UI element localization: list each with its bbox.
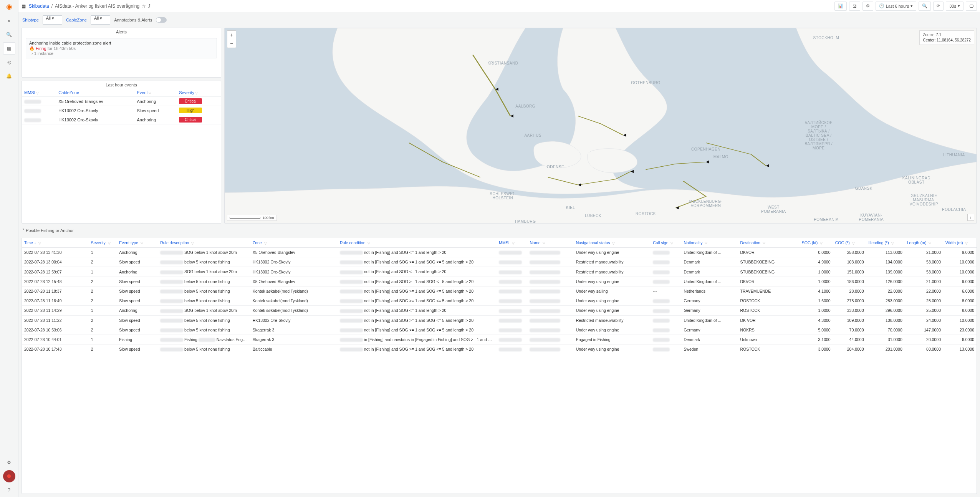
map-place-label: KALININGRAD OBLAST — [902, 176, 930, 184]
table-row[interactable]: 2022-07-28 10:17:432Slow speed below 5 k… — [22, 345, 977, 354]
filter-icon[interactable]: ▽ — [705, 241, 707, 245]
dashboards-icon[interactable]: ▦ — [3, 42, 15, 55]
col-rulecond[interactable]: Rule condition ▽ — [338, 238, 497, 248]
refresh-button[interactable]: ⟳ — [933, 2, 944, 11]
col-nationality[interactable]: Nationality ▽ — [681, 238, 738, 248]
col-width[interactable]: Width (m) ▽ — [943, 238, 977, 248]
map-place-label: GDANSK — [855, 186, 872, 190]
explore-icon[interactable]: ◎ — [3, 56, 15, 68]
col-mmsi[interactable]: MMSI ▽ — [497, 238, 527, 248]
filter-icon[interactable]: ▽ — [195, 91, 198, 95]
gear-icon: ⚙ — [866, 3, 870, 8]
col-length[interactable]: Length (m) ▽ — [905, 238, 943, 248]
filter-icon[interactable]: ▽ — [264, 241, 267, 245]
time-range-picker[interactable]: 🕒Last 6 hours▾ — [876, 2, 917, 11]
col-mmsi[interactable]: MMSI▽ — [22, 89, 56, 97]
alerting-icon[interactable]: 🔔 — [3, 70, 15, 82]
table-row[interactable]: HK13002 Ore-SkovlySlow speedHigh — [22, 106, 221, 115]
cablezone-select[interactable]: All ▾ — [91, 15, 110, 25]
filter-icon[interactable]: ▽ — [670, 241, 673, 245]
filter-icon[interactable]: ▽ — [512, 241, 515, 245]
zoom-out-button[interactable]: − — [227, 39, 236, 48]
col-severity[interactable]: Severity▽ — [177, 89, 221, 97]
page-title: AISdata - Anker og fiskeri AIS overågnin… — [55, 3, 139, 9]
table-row[interactable]: 2022-07-28 13:41:301Anchoring SOG below … — [22, 248, 977, 257]
col-zone[interactable]: Zone ▽ — [250, 238, 338, 248]
filter-icon[interactable]: ▽ — [929, 241, 931, 245]
nav-expand-icon[interactable]: » — [3, 15, 15, 27]
annotations-toggle[interactable] — [156, 17, 167, 23]
col-navstatus[interactable]: Navigational status ▽ — [574, 238, 651, 248]
share-icon[interactable]: ⤴ — [148, 3, 151, 9]
col-callsign[interactable]: Call sign ▽ — [651, 238, 681, 248]
table-row[interactable]: 2022-07-28 10:44:011Fishing Fishing Navs… — [22, 335, 977, 344]
table-row[interactable]: HK13002 Ore-SkovlyAnchoringCritical — [22, 115, 221, 124]
help-icon[interactable]: ? — [3, 484, 15, 496]
col-event[interactable]: Event▽ — [135, 89, 177, 97]
table-row[interactable]: X5 Orehoved-BlangslevAnchoringCritical — [22, 97, 221, 106]
table-row[interactable]: 2022-07-28 11:16:492Slow speed below 5 k… — [22, 296, 977, 306]
filter-icon[interactable]: ▽ — [36, 91, 39, 95]
filter-icon[interactable]: ▽ — [965, 241, 968, 245]
filter-icon[interactable]: ▽ — [141, 241, 143, 245]
zoom-out-icon: 🔍 — [922, 3, 927, 8]
save-button[interactable]: 🖫 — [849, 2, 860, 11]
cell-mmsi — [22, 115, 56, 124]
filter-icon[interactable]: ▽ — [612, 241, 615, 245]
map-panel: STOCKHOLMKRISTIANSANDGOTHENBURGAALBORGAA… — [224, 28, 977, 224]
map-place-label: KRISTIANSAND — [488, 61, 518, 65]
col-destination[interactable]: Destination ▽ — [738, 238, 799, 248]
panel-title[interactable]: Alerts — [22, 28, 221, 36]
table-row[interactable]: 2022-07-28 11:18:372Slow speed below 5 k… — [22, 286, 977, 296]
col-cablezone[interactable]: CableZone — [56, 89, 134, 97]
col-eventtype[interactable]: Event type ▽ — [117, 238, 158, 248]
chevron-down-icon: ▾ — [100, 16, 102, 20]
filter-icon[interactable]: ▽ — [543, 241, 545, 245]
breadcrumb-folder[interactable]: Skibsdata — [29, 3, 49, 9]
col-cog[interactable]: COG (°) ▽ — [833, 238, 866, 248]
settings-button[interactable]: ⚙ — [862, 2, 873, 11]
view-mode-button[interactable]: 🖵 — [966, 2, 977, 11]
add-panel-button[interactable]: 📊 — [834, 2, 847, 11]
row-header[interactable]: ˅ Posible Fishing or Anchor — [22, 227, 977, 235]
col-ruledesc[interactable]: Rule description ▽ — [158, 238, 250, 248]
zoom-out-button[interactable]: 🔍 — [919, 2, 931, 11]
cell-severity: Critical — [177, 115, 221, 124]
alert-item[interactable]: Anchoring inside cable protection zone a… — [26, 38, 217, 58]
filter-icon[interactable]: ▽ — [38, 241, 41, 245]
panel-title[interactable]: Last hour events — [22, 81, 221, 89]
grafana-logo-icon[interactable]: ◉ — [6, 2, 12, 11]
star-icon[interactable]: ☆ — [142, 3, 146, 9]
table-row[interactable]: 2022-07-28 12:15:482Slow speed below 5 k… — [22, 277, 977, 286]
zoom-in-button[interactable]: + — [227, 31, 236, 39]
chevron-right-icon[interactable]: › — [31, 51, 33, 56]
map-canvas[interactable]: STOCKHOLMKRISTIANSANDGOTHENBURGAALBORGAA… — [225, 28, 977, 223]
table-row[interactable]: 2022-07-28 10:53:062Slow speed below 5 k… — [22, 325, 977, 335]
variable-bar: Shiptype All ▾ CableZone All ▾ Annotatio… — [18, 12, 980, 28]
refresh-interval-picker[interactable]: 30s▾ — [946, 2, 963, 11]
filter-icon[interactable]: ▽ — [852, 241, 855, 245]
shiptype-select[interactable]: All ▾ — [43, 15, 62, 25]
filter-icon[interactable]: ▽ — [191, 241, 194, 245]
table-row[interactable]: 2022-07-28 12:59:071Anchoring SOG below … — [22, 267, 977, 277]
col-severity[interactable]: Severity ▽ — [89, 238, 117, 248]
user-avatar[interactable]: 🔴 — [3, 470, 15, 482]
filter-icon[interactable]: ▽ — [368, 241, 370, 245]
table-row[interactable]: 2022-07-28 13:00:042Slow speed below 5 k… — [22, 257, 977, 267]
col-name[interactable]: Name ▽ — [527, 238, 573, 248]
cablezone-label: CableZone — [66, 18, 87, 22]
table-row[interactable]: 2022-07-28 11:11:222Slow speed below 5 k… — [22, 315, 977, 325]
filter-icon[interactable]: ▽ — [891, 241, 894, 245]
col-heading[interactable]: Heading (°) ▽ — [866, 238, 905, 248]
filter-icon[interactable]: ▽ — [149, 91, 151, 95]
config-gear-icon[interactable]: ⚙ — [3, 456, 15, 469]
table-row[interactable]: 2022-07-28 11:14:291Anchoring SOG below … — [22, 306, 977, 315]
map-attribution-button[interactable]: i — [967, 214, 974, 221]
filter-icon[interactable]: ▽ — [108, 241, 111, 245]
search-icon[interactable]: 🔍 — [3, 28, 15, 41]
filter-icon[interactable]: ▽ — [763, 241, 765, 245]
last-hour-events-table: MMSI▽ CableZone Event▽ Severity▽ X5 Oreh… — [22, 89, 221, 124]
filter-icon[interactable]: ▽ — [820, 241, 823, 245]
col-time[interactable]: Time ↓ ▽ — [22, 238, 89, 248]
col-sog[interactable]: SOG (kt) ▽ — [800, 238, 833, 248]
